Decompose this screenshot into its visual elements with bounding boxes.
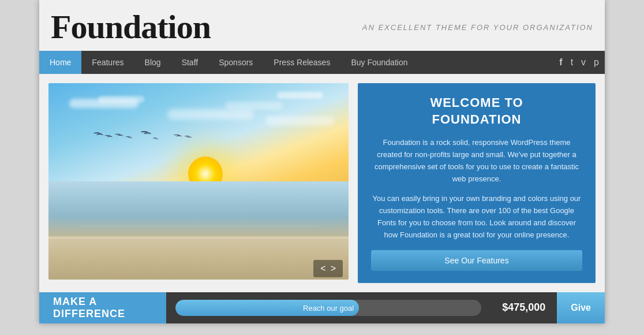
- navigation: Home Features Blog Staff Sponsors Press …: [39, 51, 605, 74]
- slider-prev-icon[interactable]: <: [320, 263, 325, 274]
- slider-nav[interactable]: < >: [313, 260, 343, 277]
- goal-bar-container: Reach our goal: [166, 292, 491, 323]
- nav-item-press-releases[interactable]: Press Releases: [263, 51, 340, 74]
- nav-item-home[interactable]: Home: [39, 51, 81, 74]
- nav-item-buy-foundation[interactable]: Buy Foundation: [340, 51, 418, 74]
- nav-item-features[interactable]: Features: [81, 51, 134, 74]
- goal-amount: $475,000: [491, 302, 557, 314]
- nav-links: Home Features Blog Staff Sponsors Press …: [39, 51, 418, 74]
- welcome-panel: WELCOME TOFOUNDATION Foundation is a roc…: [358, 83, 596, 283]
- main-content: < > WELCOME TOFOUNDATION Foundation is a…: [39, 74, 605, 283]
- slider-area: < >: [48, 83, 349, 283]
- slider-image: [48, 83, 349, 280]
- twitter-icon[interactable]: t: [571, 57, 573, 68]
- welcome-title: WELCOME TOFOUNDATION: [370, 95, 583, 128]
- give-button[interactable]: Give: [557, 292, 605, 323]
- goal-bar-outer: Reach our goal: [175, 300, 481, 316]
- site-title[interactable]: Foundation: [51, 10, 211, 44]
- pinterest-icon[interactable]: p: [594, 57, 599, 68]
- nav-item-blog[interactable]: Blog: [134, 51, 171, 74]
- nav-item-sponsors[interactable]: Sponsors: [208, 51, 263, 74]
- vimeo-icon[interactable]: v: [581, 57, 586, 68]
- site-tagline: AN EXCELLENT THEME FOR YOUR ORGANIZATION: [362, 23, 593, 32]
- bottom-bar: MAKE A DIFFERENCE Reach our goal $475,00…: [39, 292, 605, 323]
- make-difference-label: MAKE A DIFFERENCE: [39, 292, 166, 323]
- welcome-paragraph-2: You can easily bring in your own brandin…: [370, 193, 583, 241]
- features-button[interactable]: See Our Features: [370, 250, 583, 271]
- facebook-icon[interactable]: f: [559, 57, 562, 68]
- birds: [93, 132, 209, 140]
- welcome-paragraph-1: Foundation is a rock solid, responsive W…: [370, 137, 583, 185]
- slider-next-icon[interactable]: >: [331, 263, 336, 274]
- nav-item-staff[interactable]: Staff: [171, 51, 209, 74]
- site-header: Foundation AN EXCELLENT THEME FOR YOUR O…: [39, 0, 605, 51]
- social-icons: f t v p: [559, 57, 599, 68]
- goal-label: Reach our goal: [303, 303, 354, 312]
